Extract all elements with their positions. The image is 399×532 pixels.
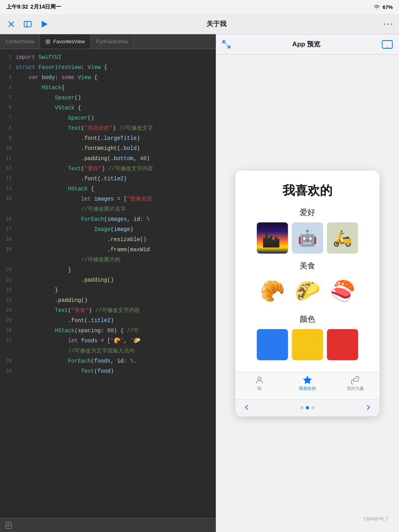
- hobby-images-row: [245, 222, 370, 254]
- time: 上午9:32: [6, 4, 28, 11]
- tab-interests-label: 我的兴趣: [347, 386, 364, 391]
- person-icon: [255, 375, 264, 385]
- tab-funfactsview[interactable]: FunFactsView: [91, 34, 134, 49]
- preview-side: App 预览 我喜欢的 爱好: [216, 34, 399, 532]
- tab-favoritesview-label: FavoritesView: [53, 39, 85, 44]
- svg-marker-4: [42, 21, 47, 27]
- svg-point-6: [387, 23, 389, 25]
- color-swatch-blue: [257, 329, 288, 360]
- panel-icon: [23, 21, 32, 28]
- watermark: CSDN@YR_T: [363, 517, 388, 521]
- document-icon: [5, 521, 12, 529]
- svg-line-13: [227, 45, 230, 48]
- code-content: import SwiftUI struct FavoritesView: Vie…: [16, 49, 215, 518]
- tab-favoritesview[interactable]: ✕ FavoritesView: [40, 34, 90, 49]
- panel-button[interactable]: [22, 19, 34, 29]
- section-title-color: 颜色: [245, 314, 370, 324]
- star-icon: [303, 375, 312, 385]
- preview-title: App 预览: [292, 40, 320, 49]
- nav-forward-button[interactable]: [365, 404, 372, 412]
- iphone-preview: 我喜欢的 爱好 美食 🥐 🌮 🍣: [235, 171, 380, 416]
- nav-dot-1: [300, 406, 304, 409]
- editor-bottom: [0, 518, 215, 532]
- editor-side: ContentView ✕ FavoritesView FunFactsView…: [0, 34, 216, 532]
- run-button[interactable]: [39, 19, 49, 29]
- food-item-3: 🍣: [327, 276, 358, 307]
- tab-me-label: 我: [257, 386, 261, 391]
- food-row: 🥐 🌮 🍣: [245, 276, 370, 307]
- chevron-right-icon: [365, 404, 372, 411]
- tab-me[interactable]: 我: [235, 375, 283, 391]
- nav-dot-2: [306, 406, 309, 409]
- toolbar-right: [383, 23, 393, 25]
- preview-wrapper: 我喜欢的 爱好 美食 🥐 🌮 🍣: [224, 62, 391, 524]
- svg-marker-17: [304, 376, 311, 384]
- tablet-icon: [382, 40, 393, 49]
- app-main-title: 我喜欢的: [245, 182, 370, 199]
- tab-contentview[interactable]: ContentView: [0, 34, 40, 49]
- svg-point-15: [387, 47, 388, 48]
- main-split: ContentView ✕ FavoritesView FunFactsView…: [0, 34, 399, 532]
- nav-dot-3: [311, 406, 314, 409]
- food-item-2: 🌮: [292, 276, 323, 307]
- hobby-image-2: [292, 222, 323, 254]
- preview-nav: [235, 399, 380, 416]
- status-bar: 上午9:32 2月14日周一 67%: [0, 0, 399, 14]
- app-content: 我喜欢的 爱好 美食 🥐 🌮 🍣: [235, 171, 380, 372]
- svg-line-12: [223, 41, 226, 44]
- preview-device-button[interactable]: [382, 40, 393, 49]
- toolbar-title: 关于我: [55, 19, 377, 28]
- color-swatch-red: [327, 329, 358, 360]
- color-row: [245, 329, 370, 360]
- hobby-image-1: [257, 222, 288, 254]
- tab-bar: ContentView ✕ FavoritesView FunFactsView: [0, 34, 215, 49]
- nav-dots: [300, 406, 314, 409]
- tab-interests[interactable]: 我的兴趣: [332, 375, 380, 391]
- svg-point-5: [384, 23, 385, 25]
- svg-rect-2: [24, 21, 31, 27]
- hobby-image-3: [327, 222, 358, 254]
- section-title-food: 美食: [245, 261, 370, 271]
- chevron-left-icon: [243, 404, 250, 411]
- tab-close-icon[interactable]: ✕: [45, 39, 51, 44]
- expand-icon: [222, 40, 231, 49]
- toolbar-left: [6, 19, 49, 29]
- thumbsup-icon: [351, 375, 360, 385]
- preview-expand-button[interactable]: [222, 40, 231, 49]
- section-title-hobby: 爱好: [245, 207, 370, 218]
- date: 2月14日周一: [30, 4, 61, 11]
- line-numbers: 12345 678910 1112131415 16171819 2021222…: [0, 49, 16, 518]
- status-right: 67%: [373, 4, 393, 10]
- play-icon: [41, 21, 48, 28]
- color-swatch-yellow: [292, 329, 323, 360]
- app-tabbar: 我 我喜欢的 我的兴趣: [235, 372, 380, 399]
- status-left: 上午9:32 2月14日周一: [6, 4, 61, 11]
- tab-funfactsview-label: FunFactsView: [96, 39, 128, 44]
- food-item-1: 🥐: [257, 276, 288, 307]
- close-button[interactable]: [6, 19, 16, 29]
- battery: 67%: [383, 4, 393, 10]
- preview-header: App 预览: [216, 34, 399, 55]
- close-icon: [8, 21, 15, 28]
- more-icon: [383, 23, 393, 25]
- tab-contentview-label: ContentView: [5, 39, 34, 44]
- tab-favorites-label: 我喜欢的: [299, 386, 316, 391]
- xcode-toolbar: 关于我: [0, 14, 399, 34]
- nav-back-button[interactable]: [243, 404, 250, 412]
- preview-canvas: 我喜欢的 爱好 美食 🥐 🌮 🍣: [216, 55, 399, 532]
- svg-point-7: [391, 23, 392, 25]
- code-area[interactable]: 12345 678910 1112131415 16171819 2021222…: [0, 49, 215, 518]
- svg-point-16: [258, 377, 261, 380]
- tab-favorites[interactable]: 我喜欢的: [283, 375, 331, 391]
- wifi-icon: [373, 4, 380, 10]
